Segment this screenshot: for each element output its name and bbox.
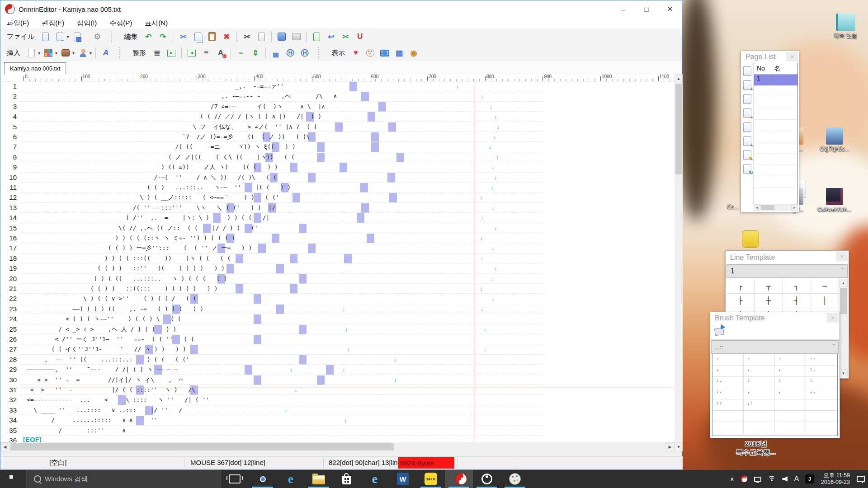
save-icon[interactable] [71,31,83,42]
menu-item-4[interactable]: 표시(N) [138,19,174,28]
task-view-icon[interactable] [221,470,249,488]
page-list-scroll-left-icon[interactable]: ◄ [754,204,760,211]
film-icon[interactable] [379,47,391,59]
font-icon[interactable]: A [100,47,112,59]
tray-chevron-icon[interactable]: ∧ [730,475,734,483]
brush-template-cell[interactable]: , [775,388,806,399]
pencil-icon[interactable]: ✎ [743,150,751,160]
page-list-empty-row[interactable] [754,120,797,131]
brush-template-cell[interactable]: :. [712,388,744,399]
page-list-close-icon[interactable]: × [786,52,798,61]
line-template-cell[interactable]: ┌ [726,279,755,294]
line-template-cell[interactable]: ┬ [755,279,783,294]
line-template-cell[interactable]: ┤ [783,294,811,308]
brush-template-cell[interactable]: : [744,377,775,388]
brush-template-cell[interactable] [775,411,806,422]
document-icon[interactable] [255,31,267,42]
line-template-scrollbar[interactable]: ▲ ▼ [839,279,848,377]
brush-template-cell[interactable]: : [775,377,806,388]
line-template-dropdown[interactable]: 1 ˇ [726,264,848,278]
brush-template-cell[interactable] [712,411,744,422]
horizontal-scroll-thumb[interactable] [10,443,394,450]
sync-icon[interactable]: ↻ [743,164,751,174]
brush-template-cell[interactable] [775,422,806,433]
tray-clock[interactable]: 오후 11:59 2016-09-23 [821,472,850,486]
undo-icon[interactable]: ↶ [142,31,154,42]
block-icon[interactable]: ▄ [270,47,282,59]
package-icon[interactable] [290,31,302,42]
strike-icon[interactable]: ✂ [241,31,253,42]
notification-center-icon[interactable] [857,476,865,482]
vertical-scrollbar[interactable]: ▲ ▼ [675,74,683,451]
brush-template-cell[interactable]: :. [806,366,837,377]
brush-template-cell[interactable]: ,: [744,399,775,411]
menu-item-2[interactable]: 삽입(I) [71,19,103,28]
tab-kamiya-nao[interactable]: Kamiya nao 005.txt [4,62,66,74]
eye-icon[interactable]: ◉ [408,47,420,59]
brush-template-cell[interactable]: : [806,377,837,388]
desktop-icon-image-dark[interactable]: CslAveiVUA... [814,188,855,213]
copy-icon[interactable] [192,31,203,42]
brush-template-cell[interactable]: . [744,354,775,366]
dropdown-arrow-icon[interactable]: ▾ [72,51,75,56]
maximize-button[interactable]: □ [635,0,658,18]
dropdown-arrow-icon[interactable]: ▾ [55,51,57,56]
brush-template-dropdown[interactable]: .,:: ˇ [711,340,839,354]
brush-template-cell[interactable] [806,422,837,433]
page-list-empty-row[interactable] [754,154,797,165]
shift-left-icon[interactable]: ◂ [186,47,198,59]
menu-item-0[interactable]: 파일(F) [0,19,35,28]
page-dot-icon[interactable]: ● [743,108,751,118]
paint-brush-icon[interactable] [714,328,724,336]
page-list-empty-row[interactable] [754,142,797,154]
desktop-icon-image-blue[interactable]: CsjI7qHJs... [814,127,855,152]
page-list-empty-row[interactable] [754,131,797,142]
brush-template-close-icon[interactable]: × [827,313,839,323]
brush-template-cell[interactable]: :: [712,399,744,411]
height-arrow-icon[interactable]: ⇕ [250,47,261,59]
ascii-art-canvas[interactable]: 1234567891011121314151617181920212223242… [0,81,675,442]
brush-template-cell[interactable]: , [775,366,806,377]
insert-person-icon[interactable] [77,47,89,59]
page2-icon[interactable] [743,122,751,132]
fill-square-icon[interactable] [276,31,288,42]
tray-wifi-icon[interactable] [768,476,776,482]
taskbar-search[interactable]: Windows 검색 [26,470,221,488]
paint-icon[interactable] [501,470,529,488]
brush-template-cell[interactable] [744,411,775,422]
internet-explorer-icon[interactable]: e [361,470,389,488]
line-template-scroll-up-icon[interactable]: ▲ [839,279,848,287]
delete-icon[interactable]: ✖ [221,31,232,42]
tray-language-icon[interactable]: A [794,475,799,483]
brush-template-cell[interactable]: . [712,354,744,366]
tray-orinrin-icon[interactable] [741,475,748,483]
h-circle-icon[interactable]: Ⓗ [284,47,296,59]
line-template-scroll-down-icon[interactable]: ▼ [839,369,848,377]
brush-template-cell[interactable] [744,422,775,433]
lines-icon[interactable]: ≡ [200,47,212,59]
brush-template-cell[interactable] [806,411,837,422]
copy-page-icon[interactable] [743,94,751,104]
brush-template-cell[interactable]: ,, [806,388,837,399]
brush-template-cell[interactable]: . [775,354,806,366]
brush-template-grid[interactable]: ....,,,,:.:.::::.,,,,::,: [712,354,838,436]
heart-icon[interactable]: ♥ [350,47,362,59]
vertical-scroll-thumb[interactable] [675,84,682,174]
scroll-down-icon[interactable]: ▼ [675,442,683,451]
line-template-cell[interactable]: ┼ [755,294,783,308]
store-icon[interactable] [333,470,361,488]
start-button[interactable] [0,470,26,488]
tray-ime-icon[interactable]: J [805,474,814,483]
page-list-scrollbar[interactable]: ◄ ► [754,204,798,211]
menu-item-3[interactable]: 수정(P) [103,19,138,28]
page-list-empty-row[interactable] [754,176,797,188]
line-template-cell[interactable]: ├ [726,294,755,308]
close-button[interactable]: ✕ [658,0,682,18]
new-document-icon[interactable] [39,31,51,42]
notes-icon[interactable] [311,31,322,42]
paste-icon[interactable] [206,31,218,42]
brush-template-cell[interactable]: , [712,366,744,377]
page-icon[interactable] [743,66,751,76]
page-list-empty-row[interactable] [754,97,797,108]
kakaotalk-icon[interactable]: TALK [417,470,445,488]
